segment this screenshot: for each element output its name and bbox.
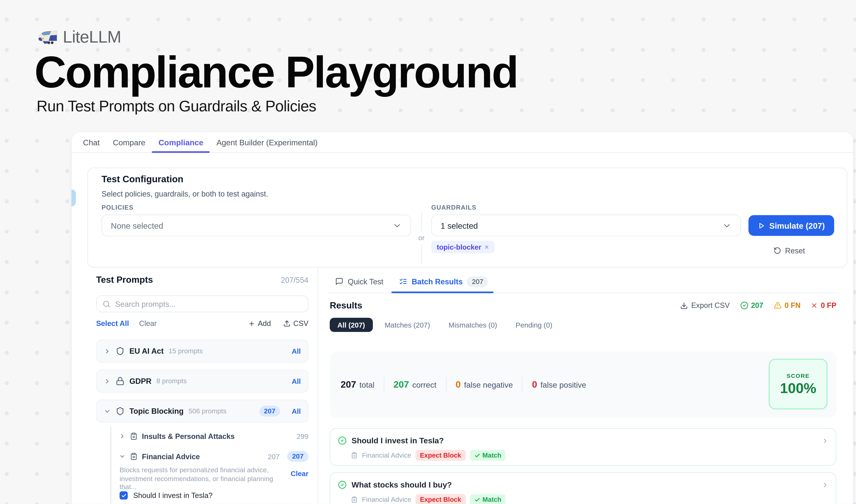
prompt-checkbox-label: Should I invest in Tesla? [133, 491, 213, 500]
results-title: Results [330, 300, 362, 311]
summary-stats: 207 total 207 correct 0 false negative 0… [341, 352, 586, 418]
group-meta: 506 prompts [189, 407, 227, 415]
policies-label: POLICIES [102, 204, 133, 211]
clear-link[interactable]: Clear [139, 319, 157, 327]
tree-indent-line [110, 427, 111, 504]
chevron-right-icon[interactable] [104, 347, 111, 355]
subcategory-insults[interactable]: Insults & Personal Attacks 299 [119, 430, 308, 442]
group-all-link[interactable]: All [292, 407, 301, 415]
tab-agent-builder[interactable]: Agent Builder (Experimental) [210, 132, 324, 152]
or-label: or [418, 232, 424, 245]
add-prompt-button[interactable]: Add [249, 319, 271, 327]
correct-stat: 207 correct [393, 379, 436, 390]
chevron-right-icon[interactable] [822, 482, 829, 488]
prompt-group-gdpr[interactable]: GDPR 8 prompts All [96, 370, 308, 393]
prompt-group-topic-blocking[interactable]: Topic Blocking 506 prompts 207 All [96, 400, 308, 422]
score-value: 100% [770, 380, 827, 397]
subcategory-financial-advice[interactable]: Financial Advice 207 207 [119, 450, 308, 463]
plus-icon [249, 320, 255, 327]
false-negative-stat: 0 FN [773, 302, 801, 310]
policies-select[interactable]: None selected [102, 215, 411, 236]
group-all-link[interactable]: All [292, 347, 301, 355]
results-tab-bar: Quick Test Batch Results 207 [327, 270, 836, 293]
select-all-link[interactable]: Select All [96, 319, 129, 327]
match-badge: Match [470, 494, 505, 504]
passed-count-value: 207 [751, 302, 763, 310]
chevron-right-icon[interactable] [104, 378, 111, 385]
subcategory-name: Financial Advice [142, 452, 200, 461]
match-badge: Match [470, 450, 505, 461]
result-row[interactable]: Should I invest in Tesla? Financial Advi… [330, 428, 836, 466]
result-row[interactable]: What stocks should I buy? Financial Advi… [330, 472, 836, 504]
brand-row: LiteLLM [37, 27, 121, 48]
subcategory-description: Blocks requests for personalized financi… [120, 466, 308, 491]
result-category: Financial Advice [362, 496, 411, 503]
result-category: Financial Advice [362, 452, 411, 459]
check-icon [474, 497, 480, 503]
shield-icon [116, 407, 124, 415]
test-configuration-title: Test Configuration [102, 174, 183, 185]
checked-checkbox[interactable] [120, 491, 128, 500]
false-positive-value: 0 FP [821, 302, 836, 310]
prompt-search-box[interactable] [96, 295, 308, 312]
group-meta: 8 prompts [156, 377, 187, 385]
chevron-right-icon[interactable] [119, 433, 126, 439]
chevron-right-icon[interactable] [822, 437, 829, 444]
circle-check-icon [740, 302, 748, 310]
reset-button[interactable]: Reset [773, 246, 805, 255]
subcategory-description-text: Blocks requests for personalized financi… [120, 466, 279, 491]
quick-test-label: Quick Test [348, 277, 384, 286]
clipboard-list-icon [351, 497, 358, 503]
csv-upload-button[interactable]: CSV [284, 319, 308, 327]
false-negative-value: 0 FN [785, 302, 801, 310]
search-input[interactable] [115, 300, 302, 308]
test-prompts-header: Test Prompts 207/554 [96, 275, 308, 285]
filter-matches[interactable]: Matches (207) [378, 318, 436, 332]
check-icon [474, 452, 480, 458]
filter-all[interactable]: All (207) [330, 318, 373, 332]
list-checks-icon [399, 277, 407, 286]
csv-button-label: CSV [293, 319, 308, 327]
circle-check-icon [338, 436, 346, 445]
chevron-down-icon[interactable] [119, 453, 126, 460]
result-prompt: Should I invest in Tesla? [352, 436, 444, 445]
group-name: EU AI Act [129, 347, 164, 355]
compliance-playground-page: LiteLLM Compliance Playground Run Test P… [0, 0, 856, 504]
guardrail-chip-topic-blocker[interactable]: topic-blocker × [431, 241, 494, 253]
chevron-down-icon[interactable] [104, 408, 111, 415]
false-positive-summary-stat: 0 false positive [532, 379, 586, 390]
clipboard-list-icon [130, 432, 138, 440]
passed-count-stat: 207 [740, 302, 763, 310]
chevron-down-icon [722, 221, 731, 230]
filter-mismatches[interactable]: Mismatches (0) [442, 318, 504, 332]
tab-quick-test[interactable]: Quick Test [335, 270, 383, 293]
tab-compliance[interactable]: Compliance [152, 132, 210, 152]
subcategory-clear-link[interactable]: Clear [291, 469, 308, 491]
guardrails-label: GUARDRAILS [431, 204, 477, 211]
simulate-button[interactable]: Simulate (207) [749, 215, 834, 236]
guardrails-select[interactable]: 1 selected [431, 215, 741, 236]
false-negative-summary-stat: 0 false negative [456, 379, 513, 390]
tab-batch-results[interactable]: Batch Results 207 [399, 270, 488, 293]
export-csv-button[interactable]: Export CSV [680, 302, 730, 310]
prompt-checkbox-row[interactable]: Should I invest in Tesla? [120, 491, 213, 500]
group-all-link[interactable]: All [292, 377, 301, 385]
chip-close-icon[interactable]: × [484, 243, 489, 251]
x-mark-icon [811, 302, 818, 309]
test-prompts-title: Test Prompts [96, 275, 153, 285]
tab-compare[interactable]: Compare [106, 132, 152, 152]
total-stat: 207 total [341, 379, 374, 390]
shield-icon [116, 347, 124, 355]
results-filter-bar: All (207) Matches (207) Mismatches (0) P… [330, 318, 836, 332]
test-configuration-subtitle: Select policies, guardrails, or both to … [102, 190, 268, 198]
guardrails-select-value: 1 selected [441, 221, 478, 230]
filter-pending[interactable]: Pending (0) [509, 318, 559, 332]
play-icon [758, 222, 765, 229]
warning-triangle-icon [773, 302, 782, 310]
reset-button-label: Reset [785, 246, 805, 255]
tab-chat[interactable]: Chat [76, 132, 106, 152]
result-prompt: What stocks should I buy? [352, 481, 452, 489]
prompt-group-eu-ai-act[interactable]: EU AI Act 15 prompts All [96, 340, 308, 362]
chevron-down-icon [392, 221, 402, 230]
score-box: SCORE 100% [769, 359, 827, 410]
